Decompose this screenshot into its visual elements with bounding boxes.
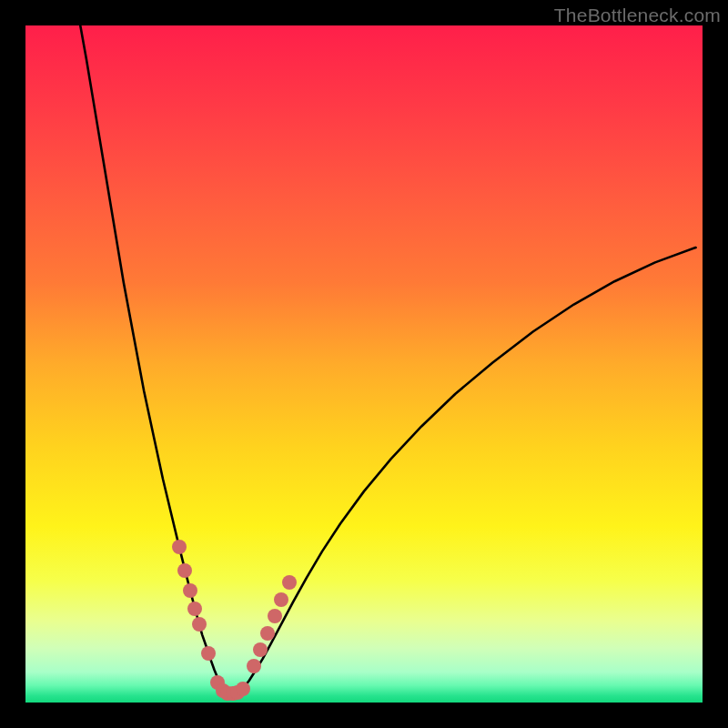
highlight-marker xyxy=(253,642,268,657)
highlight-marker xyxy=(247,659,261,673)
highlight-marker xyxy=(274,592,288,607)
highlight-marker xyxy=(236,682,250,696)
highlight-marker xyxy=(177,563,192,578)
highlight-marker xyxy=(260,626,275,641)
plot-area xyxy=(25,25,703,703)
highlight-marker xyxy=(183,583,197,598)
highlight-marker xyxy=(187,602,202,616)
highlight-marker xyxy=(192,617,207,632)
highlight-marker xyxy=(201,646,216,661)
highlight-marker xyxy=(172,540,187,554)
highlight-marker xyxy=(268,609,282,623)
highlight-marker xyxy=(282,575,297,590)
chart-frame xyxy=(25,25,703,703)
highlight-markers xyxy=(25,25,703,703)
watermark-text: TheBottleneck.com xyxy=(554,5,721,26)
